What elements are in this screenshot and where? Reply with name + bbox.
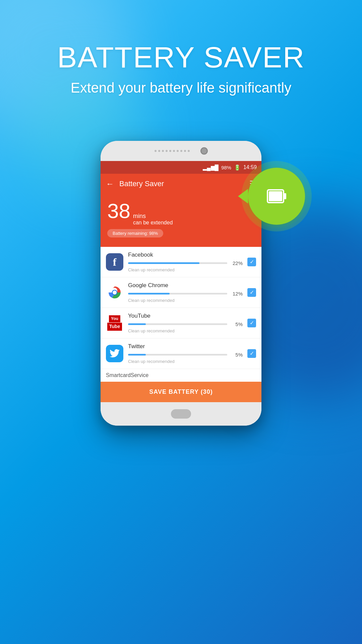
twitter-percent: 5%: [231, 352, 243, 358]
chrome-checkmark: ✓: [250, 290, 254, 295]
phone-top-bezel: [101, 141, 261, 161]
twitter-clean-label: Clean up recommended: [128, 359, 243, 364]
facebook-name: Facebook: [128, 252, 243, 258]
chrome-icon: [106, 284, 123, 301]
chrome-checkbox[interactable]: ✓: [247, 288, 256, 297]
youtube-checkmark: ✓: [250, 320, 254, 326]
battery-remaining-badge: Battery remaining: 98%: [107, 229, 163, 237]
back-button[interactable]: ←: [106, 179, 114, 189]
chrome-info: Google Chrome 12% Clean up recommended: [128, 282, 243, 303]
facebook-percent: 22%: [231, 260, 243, 266]
partial-app-name: SmartcardService: [106, 372, 256, 378]
youtube-icon: You Tube: [106, 314, 123, 332]
youtube-progress-row: 5%: [128, 321, 243, 327]
front-camera: [200, 147, 208, 155]
battery-icon: [265, 184, 288, 208]
extend-minutes-number: 38: [107, 201, 130, 221]
status-bar: ▂▄▆█ 98% 🔋 14:59: [101, 161, 261, 174]
extend-info-row: 38 mins can be extended: [107, 201, 255, 226]
twitter-bird-icon: [110, 349, 120, 358]
facebook-checkmark: ✓: [250, 259, 254, 265]
app-bar: ← Battery Saver ☰: [101, 174, 261, 194]
app-item-partial: SmartcardService: [101, 369, 261, 382]
twitter-checkmark: ✓: [250, 351, 254, 356]
svg-rect-2: [269, 191, 282, 201]
battery-callout-badge: [248, 168, 305, 225]
facebook-progress-row: 22%: [128, 260, 243, 266]
chrome-clean-label: Clean up recommended: [128, 298, 243, 303]
facebook-checkbox[interactable]: ✓: [247, 258, 256, 266]
chrome-progress-fill: [128, 293, 170, 294]
app-list: f Facebook 22% Clean up recommended ✓: [101, 247, 261, 382]
chrome-percent: 12%: [231, 291, 243, 297]
twitter-progress-bg: [128, 354, 227, 356]
save-battery-button[interactable]: SAVE BATTERY (30): [101, 382, 261, 402]
youtube-percent: 5%: [231, 321, 243, 327]
youtube-progress-bg: [128, 323, 227, 325]
chrome-progress-row: 12%: [128, 291, 243, 297]
callout-body: [248, 168, 305, 225]
twitter-progress-fill: [128, 354, 146, 356]
subtitle: Extend your battery life significantly: [0, 80, 362, 96]
app-item-youtube[interactable]: You Tube YouTube 5% Clean up recommended…: [101, 308, 261, 338]
youtube-checkbox[interactable]: ✓: [247, 319, 256, 327]
twitter-checkbox[interactable]: ✓: [247, 349, 256, 358]
phone-bottom-bezel: [101, 402, 261, 426]
battery-icon-status: 🔋: [234, 164, 241, 171]
main-title: BATTERY SAVER: [0, 40, 362, 74]
extend-desc: can be extended: [133, 220, 173, 226]
app-item-twitter[interactable]: Twitter 5% Clean up recommended ✓: [101, 338, 261, 369]
youtube-progress-fill: [128, 323, 146, 325]
signal-icon: ▂▄▆█: [203, 164, 219, 171]
twitter-icon: [106, 345, 123, 362]
svg-point-5: [113, 290, 117, 294]
twitter-name: Twitter: [128, 343, 243, 350]
app-bar-title: Battery Saver: [119, 179, 244, 188]
youtube-info: YouTube 5% Clean up recommended: [128, 313, 243, 333]
facebook-clean-label: Clean up recommended: [128, 267, 243, 272]
extend-unit: mins: [133, 213, 173, 220]
home-button[interactable]: [171, 409, 191, 419]
app-item-facebook[interactable]: f Facebook 22% Clean up recommended ✓: [101, 247, 261, 277]
facebook-info: Facebook 22% Clean up recommended: [128, 252, 243, 272]
chrome-icon-svg: [107, 285, 122, 300]
battery-percent-status: 98%: [221, 165, 231, 170]
twitter-progress-row: 5%: [128, 352, 243, 358]
speaker: [155, 150, 190, 152]
facebook-progress-bg: [128, 262, 227, 264]
youtube-name: YouTube: [128, 313, 243, 319]
phone: ▂▄▆█ 98% 🔋 14:59 ← Battery Saver ☰ 38 mi…: [101, 141, 261, 426]
twitter-info: Twitter 5% Clean up recommended: [128, 343, 243, 364]
app-item-chrome[interactable]: Google Chrome 12% Clean up recommended ✓: [101, 277, 261, 308]
youtube-clean-label: Clean up recommended: [128, 328, 243, 333]
chrome-name: Google Chrome: [128, 282, 243, 289]
extend-text: mins can be extended: [133, 213, 173, 226]
facebook-icon: f: [106, 253, 123, 271]
chrome-progress-bg: [128, 293, 227, 294]
svg-rect-1: [284, 193, 286, 199]
phone-mockup: ▂▄▆█ 98% 🔋 14:59 ← Battery Saver ☰ 38 mi…: [101, 141, 261, 426]
battery-header: 38 mins can be extended Battery remainin…: [101, 194, 261, 247]
header-section: BATTERY SAVER Extend your battery life s…: [0, 40, 362, 96]
facebook-progress-fill: [128, 262, 199, 264]
